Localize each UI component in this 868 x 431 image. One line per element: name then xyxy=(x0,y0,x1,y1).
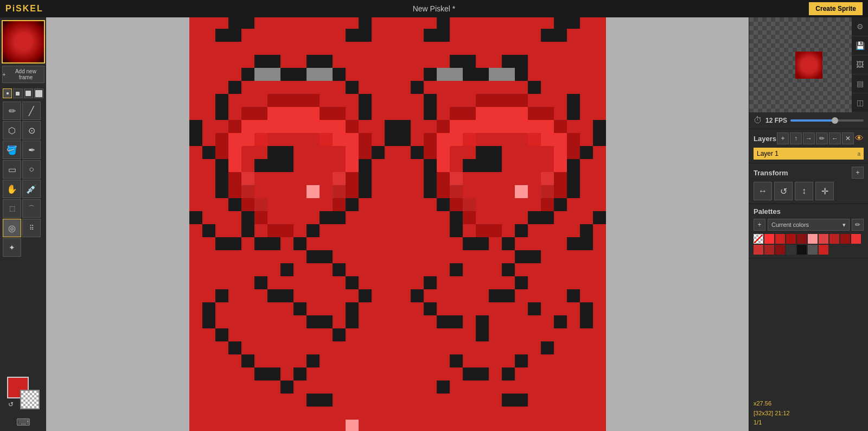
pixel-279[interactable] xyxy=(489,120,502,133)
pixel-271[interactable] xyxy=(385,120,398,133)
pixel-201[interactable] xyxy=(307,94,320,107)
pixel-505[interactable] xyxy=(515,211,528,224)
pixel-243[interactable] xyxy=(437,107,450,120)
pixel-977[interactable] xyxy=(411,407,424,420)
pixel-760[interactable] xyxy=(502,315,515,328)
pixel-508[interactable] xyxy=(554,211,567,224)
pixel-640[interactable] xyxy=(189,276,202,289)
pixel-830[interactable] xyxy=(580,341,593,354)
pixel-824[interactable] xyxy=(502,341,515,354)
pixel-261[interactable] xyxy=(254,120,267,133)
pixel-774[interactable] xyxy=(267,328,280,341)
pixel-795[interactable] xyxy=(541,328,554,341)
pixel-349[interactable] xyxy=(567,146,580,159)
pixel-996[interactable] xyxy=(241,420,254,431)
pixel-125[interactable] xyxy=(567,55,580,68)
pixel-746[interactable] xyxy=(320,315,333,328)
pixel-67[interactable] xyxy=(228,42,241,55)
pixel-116[interactable] xyxy=(450,55,463,68)
pixel-167[interactable] xyxy=(280,81,293,94)
pixel-757[interactable] xyxy=(463,315,476,328)
pixel-79[interactable] xyxy=(385,42,398,55)
pixel-456[interactable] xyxy=(293,198,307,211)
pixel-917[interactable] xyxy=(463,381,476,394)
pixel-459[interactable] xyxy=(333,198,346,211)
pixel-311[interactable] xyxy=(489,133,502,146)
palette-color-0[interactable] xyxy=(764,234,774,244)
pixel-715[interactable] xyxy=(333,302,346,315)
pixel-741[interactable] xyxy=(254,315,267,328)
pixel-849[interactable] xyxy=(411,354,424,367)
pixel-336[interactable] xyxy=(398,146,411,159)
pixel-177[interactable] xyxy=(411,81,424,94)
pixel-477[interactable] xyxy=(567,198,580,211)
pixel-108[interactable] xyxy=(346,55,359,68)
pixel-923[interactable] xyxy=(541,381,554,394)
pixel-301[interactable] xyxy=(359,133,372,146)
pixel-10[interactable] xyxy=(320,17,333,29)
pixel-259[interactable] xyxy=(228,120,241,133)
pixel-126[interactable] xyxy=(580,55,593,68)
pixel-396[interactable] xyxy=(346,172,359,185)
pixel-327[interactable] xyxy=(280,146,293,159)
pixel-1[interactable] xyxy=(202,17,215,29)
pixel-847[interactable] xyxy=(385,354,398,367)
pixel-738[interactable] xyxy=(215,315,228,328)
pixel-315[interactable] xyxy=(541,133,554,146)
pixel-890[interactable] xyxy=(528,367,541,381)
pixel-916[interactable] xyxy=(450,381,463,394)
pixel-731[interactable] xyxy=(541,302,554,315)
pixel-93[interactable] xyxy=(567,42,580,55)
pixel-858[interactable] xyxy=(528,354,541,367)
pixel-402[interactable] xyxy=(424,172,437,185)
pixel-165[interactable] xyxy=(254,81,267,94)
pixel-885[interactable] xyxy=(463,367,476,381)
pixel-42[interactable] xyxy=(320,29,333,42)
pixel-975[interactable] xyxy=(385,407,398,420)
pixel-851[interactable] xyxy=(437,354,450,367)
pixel-586[interactable] xyxy=(320,250,333,263)
pixel-821[interactable] xyxy=(463,341,476,354)
pixel-361[interactable] xyxy=(307,159,320,172)
pixel-109[interactable] xyxy=(359,55,372,68)
pixel-457[interactable] xyxy=(307,198,320,211)
pixel-819[interactable] xyxy=(437,341,450,354)
pixel-412[interactable] xyxy=(554,172,567,185)
pixel-17[interactable] xyxy=(411,17,424,29)
pixel-319[interactable] xyxy=(593,133,606,146)
swap-colors-icon[interactable]: ↺ xyxy=(8,401,14,408)
pixel-895[interactable] xyxy=(593,367,606,381)
bucket-tool[interactable]: 🪣 xyxy=(3,141,21,159)
line-tool[interactable]: ╱ xyxy=(22,102,41,120)
pixel-8[interactable] xyxy=(293,17,307,29)
pixel-350[interactable] xyxy=(580,146,593,159)
pixel-714[interactable] xyxy=(320,302,333,315)
pixel-889[interactable] xyxy=(515,367,528,381)
pixel-502[interactable] xyxy=(476,211,489,224)
move-btn[interactable]: ✛ xyxy=(815,182,834,200)
pixel-590[interactable] xyxy=(372,250,385,263)
pixel-910[interactable] xyxy=(372,381,385,394)
pixel-685[interactable] xyxy=(359,289,372,302)
pixel-199[interactable] xyxy=(280,94,293,107)
fps-slider-thumb[interactable] xyxy=(832,117,838,124)
pixel-384[interactable] xyxy=(189,172,202,185)
pixel-614[interactable] xyxy=(267,263,280,276)
pixel-452[interactable] xyxy=(241,198,254,211)
pixel-678[interactable] xyxy=(267,289,280,302)
pixel-907[interactable] xyxy=(333,381,346,394)
pixel-856[interactable] xyxy=(502,354,515,367)
pixel-771[interactable] xyxy=(228,328,241,341)
pixel-878[interactable] xyxy=(372,367,385,381)
pixel-525[interactable] xyxy=(359,224,372,237)
pixel-493[interactable] xyxy=(359,211,372,224)
pixel-599[interactable] xyxy=(489,250,502,263)
pixel-540[interactable] xyxy=(554,224,567,237)
pixel-230[interactable] xyxy=(267,107,280,120)
pixel-204[interactable] xyxy=(346,94,359,107)
pixel-649[interactable] xyxy=(307,276,320,289)
pixel-473[interactable] xyxy=(515,198,528,211)
pixel-938[interactable] xyxy=(320,394,333,407)
pixel-826[interactable] xyxy=(528,341,541,354)
pixel-61[interactable] xyxy=(567,29,580,42)
